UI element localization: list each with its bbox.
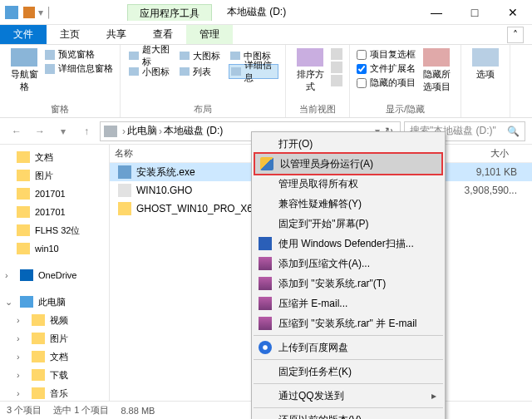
status-selected: 选中 1 个项目 [53, 404, 109, 417]
ribbon-group-showhide: 项目复选框 文件扩展名 隐藏的项目 隐藏所选项目 显示/隐藏 [350, 45, 461, 117]
rar-icon [259, 317, 272, 330]
ctx-restore[interactable]: 还原以前的版本(V) [254, 410, 443, 419]
minimize-button[interactable]: — [417, 0, 456, 25]
tree-201701-b[interactable]: 201701 [35, 207, 66, 217]
tab-view[interactable]: 查看 [140, 25, 186, 44]
ctx-send-qq[interactable]: 通过QQ发送到▸ [254, 386, 443, 406]
ribbon: 导航窗格 预览窗格 详细信息窗格 窗格 超大图标 大图标 中图标 小图标 列表 … [0, 45, 532, 118]
ctx-run-as-admin[interactable]: 以管理员身份运行(A) [254, 152, 443, 175]
tree-music[interactable]: 音乐 [50, 387, 68, 400]
shield-icon [260, 157, 273, 170]
tree-pics[interactable]: 图片 [35, 170, 53, 182]
folder-icon [23, 7, 35, 18]
status-size: 8.88 MB [121, 406, 155, 416]
layout-extralarge[interactable]: 超大图标 [127, 48, 177, 63]
crumb-sep: › [159, 126, 162, 137]
forward-button[interactable]: → [30, 121, 50, 141]
submenu-arrow-icon: ▸ [431, 390, 436, 402]
contextual-tab-label: 应用程序工具 [127, 4, 212, 21]
tree-pics2[interactable]: 图片 [50, 333, 68, 345]
checkbox-hidden-items[interactable]: 隐藏的项目 [357, 76, 416, 89]
ctx-open[interactable]: 打开(O) [254, 134, 443, 154]
checkbox-item-checkboxes[interactable]: 项目复选框 [357, 48, 416, 61]
layout-details[interactable]: 详细信息 [229, 64, 278, 79]
crumb-this-pc[interactable]: 此电脑 [127, 124, 157, 138]
app-icon [5, 6, 18, 19]
quick-access-arrow[interactable]: ▾ │ [38, 7, 52, 18]
ribbon-group-currentview: 排序方式 当前视图 [286, 45, 350, 117]
tree-201701-a[interactable]: 201701 [35, 189, 66, 199]
ctx-compress-email[interactable]: 压缩并 E-mail... [254, 293, 443, 313]
defender-icon [259, 237, 272, 250]
title-bar: ▾ │ 应用程序工具 本地磁盘 (D:) — □ ✕ [0, 0, 532, 25]
preview-pane-button[interactable]: 预览窗格 [45, 48, 113, 61]
rar-icon [259, 297, 272, 310]
ribbon-expand-button[interactable]: ˄ [507, 27, 524, 43]
ctx-upload-baidu[interactable]: 上传到百度网盘 [254, 338, 443, 357]
details-pane-button[interactable]: 详细信息窗格 [45, 62, 113, 75]
tree-win10[interactable]: win10 [35, 244, 59, 254]
layout-small[interactable]: 小图标 [127, 64, 177, 79]
col-size[interactable]: 大小 [451, 147, 509, 160]
layout-list[interactable]: 列表 [178, 64, 228, 79]
recent-button[interactable]: ▾ [53, 121, 73, 141]
baidu-icon [259, 341, 272, 354]
ctx-defender[interactable]: 使用 Windows Defender扫描... [254, 234, 443, 254]
ctx-add-archive[interactable]: 添加到压缩文件(A)... [254, 254, 443, 274]
hide-selected-button[interactable]: 隐藏所选项目 [419, 48, 454, 101]
window-title: 本地磁盘 (D:) [227, 5, 286, 19]
sort-button[interactable]: 排序方式 [293, 48, 328, 101]
back-button[interactable]: ← [7, 121, 27, 141]
nav-tree[interactable]: 文档 图片 201701 201701 FLHS 32位 win10 ›OneD… [0, 145, 110, 401]
tab-manage[interactable]: 管理 [186, 25, 233, 44]
drive-icon [104, 126, 117, 137]
tree-video[interactable]: 视频 [50, 314, 68, 327]
exe-icon [118, 165, 131, 179]
tab-share[interactable]: 共享 [93, 25, 140, 44]
crumb-sep: › [122, 126, 126, 137]
rar-icon [259, 257, 272, 270]
tab-file[interactable]: 文件 [0, 25, 47, 44]
ctx-compat[interactable]: 兼容性疑难解答(Y) [254, 194, 443, 214]
tab-home[interactable]: 主页 [47, 25, 93, 44]
ribbon-tabs: 文件 主页 共享 查看 管理 ˄ [0, 25, 532, 45]
tree-onedrive[interactable]: OneDrive [38, 270, 76, 280]
ribbon-group-options: 选项 [461, 45, 510, 117]
folder-icon [118, 202, 131, 215]
ctx-add-rar[interactable]: 添加到 "安装系统.rar"(T) [254, 274, 443, 293]
status-count: 3 个项目 [7, 404, 42, 417]
ctx-compress-rar-email[interactable]: 压缩到 "安装系统.rar" 并 E-mail [254, 313, 443, 333]
tree-docs2[interactable]: 文档 [50, 351, 68, 363]
options-button[interactable]: 选项 [468, 48, 503, 114]
ctx-pin-start[interactable]: 固定到"开始"屏幕(P) [254, 214, 443, 234]
context-menu: 打开(O) 以管理员身份运行(A) 管理员取得所有权 兼容性疑难解答(Y) 固定… [251, 131, 446, 419]
layout-large[interactable]: 大图标 [178, 48, 228, 63]
rar-icon [259, 277, 272, 290]
ctx-take-ownership[interactable]: 管理员取得所有权 [254, 174, 443, 194]
maximize-button[interactable]: □ [456, 0, 494, 25]
up-button[interactable]: ↑ [76, 121, 96, 141]
nav-pane-button[interactable]: 导航窗格 [7, 48, 42, 101]
group-label-view: 当前视图 [299, 101, 336, 117]
close-button[interactable]: ✕ [494, 0, 532, 25]
ribbon-group-layout: 超大图标 大图标 中图标 小图标 列表 详细信息 布局 [121, 45, 286, 117]
group-label-layout: 布局 [194, 101, 212, 117]
tree-download[interactable]: 下载 [50, 369, 68, 382]
tree-flhs[interactable]: FLHS 32位 [35, 224, 80, 237]
crumb-drive-d[interactable]: 本地磁盘 (D:) [164, 124, 223, 138]
ribbon-group-pane: 导航窗格 预览窗格 详细信息窗格 窗格 [0, 45, 121, 117]
file-icon [118, 184, 131, 197]
tree-thispc[interactable]: 此电脑 [38, 296, 66, 308]
group-label-showhide: 显示/隐藏 [386, 101, 425, 117]
search-icon: 🔍 [507, 126, 520, 137]
group-label-pane: 窗格 [51, 101, 69, 117]
checkbox-file-ext[interactable]: 文件扩展名 [357, 62, 416, 75]
ctx-pin-taskbar[interactable]: 固定到任务栏(K) [254, 362, 443, 382]
tree-docs[interactable]: 文档 [35, 151, 53, 164]
